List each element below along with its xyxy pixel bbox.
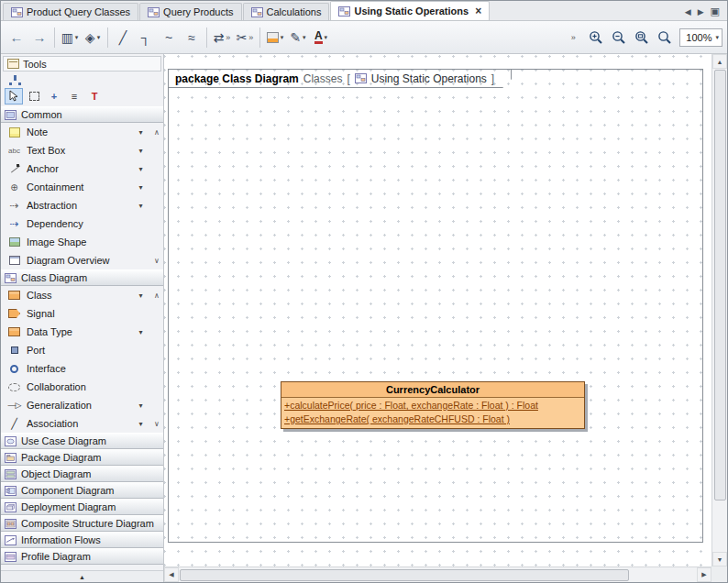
palette-item-note[interactable]: Note ▾ ∧ <box>1 123 163 141</box>
scroll-left-button[interactable]: ◀ <box>164 567 179 582</box>
palette-item-text-box[interactable]: abc Text Box ▾ <box>1 141 163 160</box>
tab-list-icon[interactable]: ▣ <box>711 6 720 17</box>
class-title[interactable]: CurrencyCalculator <box>281 382 584 398</box>
palette-item-generalization[interactable]: —▷ Generalization ▾ <box>1 396 163 414</box>
scroll-up-icon[interactable]: ∧ <box>151 292 162 300</box>
palette-item-anchor[interactable]: Anchor ▾ <box>1 160 163 178</box>
scroll-up-icon[interactable]: ∧ <box>151 128 162 137</box>
vertical-scrollbar[interactable]: ▲ ▼ <box>711 54 727 566</box>
shape-button[interactable]: ◈▾ <box>82 26 104 49</box>
swimlane-button[interactable]: ▥▾ <box>59 26 81 49</box>
zoom-1-1-button[interactable] <box>654 26 676 49</box>
palette-item-port[interactable]: Port <box>1 341 163 359</box>
section-object-diagram[interactable]: Object Diagram <box>1 466 163 482</box>
scroll-down-icon[interactable]: ∨ <box>151 257 162 265</box>
tab-label: Using Static Operations <box>354 6 469 16</box>
frame-keyword: package Class Diagram <box>175 72 299 85</box>
chevron-down-icon[interactable]: ▾ <box>136 402 146 410</box>
palette-item-collaboration[interactable]: Collaboration <box>1 378 163 396</box>
diagram-canvas[interactable]: package Class Diagram Classes [ Using St… <box>164 54 711 566</box>
chevron-down-icon[interactable]: ▾ <box>136 165 146 173</box>
palette-item-diagram-overview[interactable]: Diagram Overview ∨ <box>1 251 163 270</box>
move-tool-button[interactable]: + <box>45 88 63 104</box>
previous-tab-icon[interactable]: ◀ <box>685 7 691 16</box>
section-profile-diagram[interactable]: Profile Diagram <box>1 548 163 565</box>
section-component-diagram[interactable]: Component Diagram <box>1 482 163 499</box>
oblique-path-button[interactable]: ╱ <box>112 26 134 49</box>
signal-icon <box>8 309 20 318</box>
chevron-down-icon[interactable]: ▾ <box>136 292 146 300</box>
toolbar-overflow-button[interactable]: » <box>562 26 584 49</box>
hierarchy-icon[interactable] <box>14 78 17 81</box>
marquee-selection-tool-button[interactable] <box>25 88 43 104</box>
section-label: Component Diagram <box>21 485 160 496</box>
fill-color-button[interactable]: ▾ <box>264 26 286 49</box>
class-currency-calculator[interactable]: CurrencyCalculator +calculatePrice( pric… <box>281 381 585 429</box>
chevron-down-icon[interactable]: ▾ <box>136 420 146 428</box>
operation[interactable]: +calculatePrice( price : Float, exchange… <box>284 399 581 412</box>
selection-tool-button[interactable] <box>5 88 23 104</box>
tab-using-static-operations[interactable]: Using Static Operations × <box>330 1 490 20</box>
palette-item-data-type[interactable]: Data Type ▾ <box>1 323 163 341</box>
back-button[interactable]: ← <box>6 26 28 49</box>
close-icon[interactable]: × <box>475 6 481 16</box>
palette-item-image-shape[interactable]: Image Shape <box>1 233 163 251</box>
horizontal-scroll-thumb[interactable] <box>180 569 629 581</box>
chevron-down-icon: ▾ <box>97 34 101 41</box>
tools-panel-header[interactable]: Tools <box>3 56 161 72</box>
section-class-diagram[interactable]: Class Diagram <box>1 270 163 286</box>
scroll-up-button[interactable]: ▲ <box>712 54 727 69</box>
zoom-out-button[interactable] <box>608 26 630 49</box>
chevron-down-icon[interactable]: ▾ <box>136 128 146 137</box>
chevron-down-icon[interactable]: ▾ <box>136 328 146 336</box>
tab-calculations[interactable]: Calculations <box>243 3 330 20</box>
chevron-down-icon[interactable]: ▾ <box>136 183 146 192</box>
forward-button[interactable]: → <box>28 26 50 49</box>
tab-query-products[interactable]: Query Products <box>139 3 241 20</box>
zoom-in-button[interactable] <box>585 26 607 49</box>
section-common[interactable]: Common <box>1 106 163 123</box>
tab-product-query-classes[interactable]: Product Query Classes <box>3 3 138 20</box>
chevron-down-icon[interactable]: ▾ <box>136 147 146 155</box>
section-composite-structure-diagram[interactable]: Composite Structure Diagram <box>1 515 163 532</box>
spline-path-button[interactable]: ≈ <box>181 26 203 49</box>
toolbar-separator <box>259 28 260 48</box>
scrollbar-corner <box>711 566 727 582</box>
horizontal-scrollbar[interactable]: ◀ ▶ <box>164 566 711 582</box>
section-package-diagram[interactable]: Package Diagram <box>1 449 163 466</box>
swap-ends-button[interactable]: ⇄» <box>211 26 233 49</box>
diagram-frame-header: package Class Diagram Classes [ Using St… <box>168 69 512 88</box>
operation[interactable]: +getExchangeRate( exchangeRateCHFUSD : F… <box>284 412 581 426</box>
section-use-case-diagram[interactable]: Use Case Diagram <box>1 433 163 449</box>
tools-icon <box>7 59 19 69</box>
section-deployment-diagram[interactable]: Deployment Diagram <box>1 499 163 515</box>
class-operations-compartment: +calculatePrice( price : Float, exchange… <box>281 398 584 428</box>
zoom-level-combobox[interactable]: 100% ▾ <box>679 28 722 47</box>
line-color-button[interactable]: ✎▾ <box>287 26 309 49</box>
font-color-button[interactable]: A▾ <box>310 26 332 49</box>
section-information-flows[interactable]: Information Flows <box>1 532 163 548</box>
scroll-down-icon[interactable]: ∨ <box>151 420 162 428</box>
palette-item-abstraction[interactable]: ⇢ Abstraction ▾ <box>1 196 163 214</box>
cut-paths-button[interactable]: ✂» <box>234 26 256 49</box>
next-tab-icon[interactable]: ▶ <box>698 7 704 16</box>
chevron-down-icon: ▾ <box>325 34 328 41</box>
curve-path-button[interactable]: ~ <box>158 26 180 49</box>
text-tool-button[interactable]: T <box>85 88 104 104</box>
section-label: Class Diagram <box>21 272 160 283</box>
fit-in-window-button[interactable] <box>631 26 653 49</box>
palette-item-class[interactable]: Class ▾ ∧ <box>1 286 163 304</box>
chevron-down-icon[interactable]: ▾ <box>136 202 146 210</box>
palette-item-dependency[interactable]: ⇢ Dependency <box>1 214 163 233</box>
palette-item-interface[interactable]: Interface <box>1 359 163 378</box>
rectilinear-path-button[interactable]: ┐ <box>135 26 157 49</box>
vertical-scroll-thumb[interactable] <box>714 70 726 500</box>
scroll-right-button[interactable]: ▶ <box>697 567 711 582</box>
palette-item-signal[interactable]: Signal <box>1 304 163 323</box>
align-tool-button[interactable]: ≡ <box>65 88 83 104</box>
palette-item-association[interactable]: ╱ Association ▾ ∨ <box>1 414 163 433</box>
scroll-down-button[interactable]: ▼ <box>712 552 727 566</box>
palette-scroll-up-button[interactable]: ▲ <box>1 570 163 582</box>
section-label: Deployment Diagram <box>21 501 160 512</box>
palette-item-containment[interactable]: ⊕ Containment ▾ <box>1 178 163 196</box>
